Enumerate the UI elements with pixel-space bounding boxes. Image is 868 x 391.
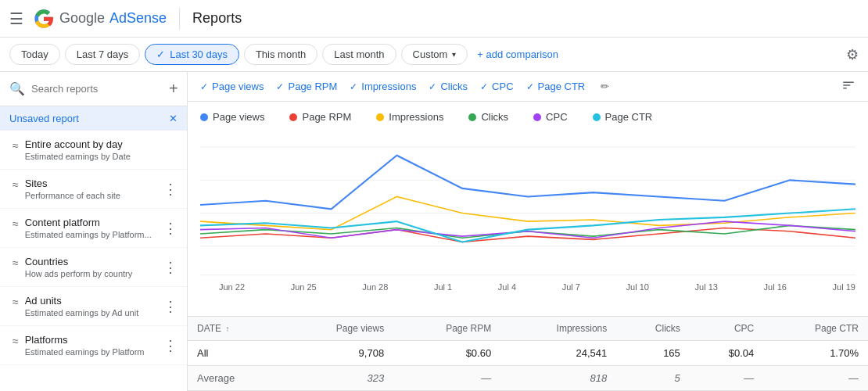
sidebar-item-subtitle: Estimated earnings by Date (25, 152, 178, 161)
sidebar-items-list: ≈ Entire account by day Estimated earnin… (0, 131, 187, 391)
col-clicks[interactable]: Clicks (616, 317, 690, 341)
metric-tab-cpc[interactable]: ✓ CPC (480, 79, 513, 94)
xaxis-label: Jun 28 (362, 282, 388, 292)
col-impressions[interactable]: Impressions (500, 317, 616, 341)
legend-dot (289, 113, 297, 121)
xaxis-label: Jul 1 (434, 282, 452, 292)
sidebar-item-platforms[interactable]: ≈ Platforms Estimated earnings by Platfo… (0, 326, 187, 365)
col-pagerpm[interactable]: Page RPM (393, 317, 500, 341)
sidebar-search-bar: 🔍 + (0, 72, 187, 106)
main-layout: 🔍 + Unsaved report ✕ ≈ Entire account by… (0, 72, 868, 391)
cell-impressions-avg: 818 (500, 366, 616, 391)
legend-label: Page CTR (605, 111, 653, 123)
sidebar-item-entire-account[interactable]: ≈ Entire account by day Estimated earnin… (0, 131, 187, 170)
check-icon: ✓ (350, 81, 357, 92)
col-pagectr[interactable]: Page CTR (763, 317, 868, 341)
cell-date-all: All (188, 341, 282, 366)
filter-last7[interactable]: Last 7 days (65, 44, 141, 65)
sidebar-item-ad-units[interactable]: ≈ Ad units Estimated earnings by Ad unit… (0, 287, 187, 326)
metric-tab-clicks[interactable]: ✓ Clicks (429, 79, 468, 94)
metric-tab-label: Page CTR (538, 81, 586, 92)
legend-label: Page views (213, 111, 264, 123)
cell-impressions-all: 24,541 (500, 341, 616, 366)
data-table: DATE ↑ Page views Page RPM Impressions C… (188, 316, 868, 391)
cell-clicks-all: 165 (616, 341, 690, 366)
sidebar-item-title: Sites (25, 178, 163, 189)
sidebar-active-item: Unsaved report ✕ (0, 106, 187, 131)
sidebar-item-menu-icon[interactable]: ⋮ (163, 220, 178, 237)
add-report-icon[interactable]: + (169, 80, 178, 98)
sidebar-item-countries[interactable]: ≈ Countries How ads perform by country ⋮ (0, 248, 187, 287)
sidebar-item-content-platform[interactable]: ≈ Content platform Estimated earnings by… (0, 209, 187, 248)
legend-pagerpm: Page RPM (289, 111, 351, 123)
filter-thismonth[interactable]: This month (244, 44, 317, 65)
sidebar-item-sites[interactable]: ≈ Sites Performance of each site ⋮ (0, 170, 187, 209)
sidebar-item-subtitle: Estimated earnings by Platform... (25, 230, 163, 239)
legend-dot (468, 113, 476, 121)
cell-pagerpm-avg: — (393, 366, 500, 391)
sidebar-item-title: Countries (25, 256, 163, 267)
col-cpc[interactable]: CPC (690, 317, 763, 341)
data-table-container: DATE ↑ Page views Page RPM Impressions C… (188, 316, 868, 391)
page-title: Reports (192, 10, 242, 27)
filter-lastmonth[interactable]: Last month (322, 44, 396, 65)
sidebar-item-subtitle: Estimated earnings by Ad unit (25, 308, 163, 317)
sidebar-item-menu-icon[interactable]: ⋮ (163, 337, 178, 354)
active-report-label: Unsaved report (9, 113, 79, 124)
check-icon: ✓ (276, 81, 284, 92)
google-logo-icon (33, 8, 55, 30)
check-icon: ✓ (526, 81, 534, 92)
metric-tab-pageviews[interactable]: ✓ Page views (200, 79, 264, 94)
xaxis-label: Jul 13 (695, 282, 718, 292)
col-date[interactable]: DATE ↑ (188, 317, 282, 341)
chart-legend: Page views Page RPM Impressions Clicks C… (200, 111, 855, 123)
edit-metrics-icon[interactable]: ✏ (601, 81, 609, 92)
xaxis-label: Jul 19 (833, 282, 855, 292)
filter-today[interactable]: Today (9, 44, 60, 65)
check-icon: ✓ (480, 81, 488, 92)
content-area: ✓ Page views ✓ Page RPM ✓ Impressions ✓ … (188, 72, 868, 391)
legend-dot (200, 113, 208, 121)
metric-tab-pagectr[interactable]: ✓ Page CTR (526, 79, 586, 94)
metric-tab-label: CPC (492, 81, 513, 92)
cell-clicks-avg: 5 (616, 366, 690, 391)
legend-label: Page RPM (302, 111, 351, 123)
sidebar-item-title: Platforms (25, 334, 163, 346)
sidebar-item-icon: ≈ (13, 256, 19, 269)
cell-pageviews-avg: 323 (282, 366, 394, 391)
sidebar-item-menu-icon[interactable]: ⋮ (163, 181, 178, 198)
metric-tab-label: Impressions (361, 81, 416, 92)
sidebar-item-title: Content platform (25, 217, 163, 228)
xaxis-label: Jul 7 (562, 282, 580, 292)
sidebar-item-icon: ≈ (13, 178, 19, 191)
close-active-icon[interactable]: ✕ (169, 113, 178, 124)
settings-icon[interactable]: ⚙ (846, 46, 859, 63)
filter-last30[interactable]: ✓Last 30 days (145, 44, 239, 65)
metric-tab-label: Clicks (440, 81, 468, 92)
filter-custom[interactable]: Custom▾ (401, 44, 468, 65)
sidebar: 🔍 + Unsaved report ✕ ≈ Entire account by… (0, 72, 188, 391)
metric-tab-impressions[interactable]: ✓ Impressions (350, 79, 416, 94)
legend-label: Clicks (481, 111, 508, 123)
sidebar-item-icon: ≈ (13, 296, 19, 308)
filter-metrics-icon[interactable] (841, 78, 855, 95)
filter-bar: Today Last 7 days ✓Last 30 days This mon… (0, 38, 868, 72)
logo-google: Google (59, 10, 105, 27)
top-bar: ☰ Google AdSense Reports (0, 0, 868, 38)
sidebar-item-menu-icon[interactable]: ⋮ (163, 298, 178, 315)
xaxis-label: Jul 16 (764, 282, 787, 292)
add-comparison-button[interactable]: + add comparison (477, 48, 558, 60)
chart-xaxis: Jun 22 Jun 25 Jun 28 Jul 1 Jul 4 Jul 7 J… (200, 279, 855, 292)
sidebar-item-subtitle: Performance of each site (25, 191, 163, 200)
menu-icon[interactable]: ☰ (9, 9, 23, 28)
legend-pageviews: Page views (200, 111, 264, 123)
search-input[interactable] (31, 83, 163, 95)
col-pageviews[interactable]: Page views (282, 317, 394, 341)
sort-icon: ↑ (225, 325, 229, 333)
sidebar-item-menu-icon[interactable]: ⋮ (163, 259, 178, 276)
xaxis-label: Jun 25 (291, 282, 317, 292)
check-icon: ✓ (200, 81, 208, 92)
cell-cpc-avg: — (690, 366, 763, 391)
sidebar-item-icon: ≈ (13, 335, 19, 347)
metric-tab-pagerpm[interactable]: ✓ Page RPM (276, 79, 337, 94)
